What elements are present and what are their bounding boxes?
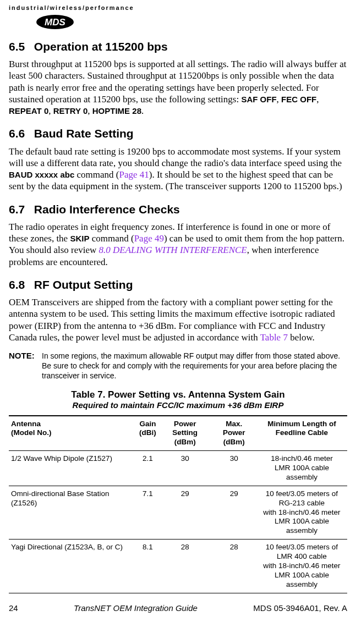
section-6-8-heading: 6.8 RF Output Setting (9, 278, 347, 292)
section-num: 6.6 (9, 126, 31, 141)
cmd-fec-off: FEC OFF (281, 95, 316, 104)
note-block: NOTE: In some regions, the maximum allow… (9, 351, 347, 381)
note-text: In some regions, the maximum allowable R… (42, 351, 347, 381)
table-7-title: Table 7. Power Setting vs. Antenna Syste… (9, 389, 347, 400)
body-text: The default baud rate setting is 19200 b… (9, 146, 342, 168)
cell-feedline: 10 feet/3.05 meters ofRG-213 cablewith 1… (256, 486, 347, 539)
cell-feedline: 10 feet/3.05 meters ofLMR 400 cablewith … (256, 540, 347, 593)
mds-logo: MDS (35, 14, 347, 30)
col-min-feedline: Minimum Length ofFeedline Cable (256, 416, 347, 451)
cell-power-setting: 28 (158, 540, 212, 593)
section-6-5-heading: 6.5 Operation at 115200 bps (9, 40, 347, 54)
table-7-subtitle: Required to maintain FCC/IC maximum +36 … (9, 400, 347, 411)
section-6-7-body: The radio operates in eight frequency zo… (9, 221, 347, 268)
cell-gain: 2.1 (137, 451, 158, 486)
link-page-41[interactable]: Page 41 (119, 169, 149, 180)
section-6-7-heading: 6.7 Radio Interference Checks (9, 202, 347, 217)
note-label: NOTE: (9, 351, 42, 381)
cell-max-power: 29 (212, 486, 256, 539)
cell-max-power: 28 (212, 540, 256, 593)
cmd-hoptime-28: HOPTIME 28 (92, 106, 141, 115)
page-footer: 24 TransNET OEM Integration Guide MDS 05… (9, 603, 347, 614)
body-text: command ( (89, 233, 134, 244)
cell-max-power: 30 (212, 451, 256, 486)
body-text: below. (288, 332, 315, 343)
col-antenna: Antenna(Model No.) (9, 416, 137, 451)
page-content: industrial/wireless/performance MDS 6.5 … (0, 0, 356, 624)
cell-power-setting: 30 (158, 451, 212, 486)
cmd-repeat-0: REPEAT 0 (9, 106, 48, 115)
cmd-retry-0: RETRY 0 (53, 106, 88, 115)
section-num: 6.7 (9, 202, 31, 217)
section-num: 6.8 (9, 278, 31, 292)
section-6-5-body: Burst throughput at 115200 bps is suppor… (9, 58, 347, 117)
table-row: 1/2 Wave Whip Dipole (Z1527) 2.1 30 30 1… (9, 451, 347, 486)
body-text: command ( (74, 169, 119, 180)
col-gain: Gain(dBi) (137, 416, 158, 451)
link-section-8-0[interactable]: 8.0 DEALING WITH INTERFERENCE (99, 245, 247, 255)
cmd-skip: SKIP (70, 234, 89, 243)
cell-gain: 7.1 (137, 486, 158, 539)
logo-text: MDS (45, 17, 65, 27)
col-max-power: Max. Power(dBm) (212, 416, 256, 451)
cell-antenna: Omni-directional Base Station (Z1526) (9, 486, 137, 539)
footer-docnum: MDS 05-3946A01, Rev. A (253, 603, 347, 614)
section-num: 6.5 (9, 40, 31, 54)
header-tagline: industrial/wireless/performance (9, 4, 347, 12)
col-power-setting: Power Setting(dBm) (158, 416, 212, 451)
footer-doc-title: TransNET OEM Integration Guide (74, 603, 198, 614)
section-6-8-body: OEM Transceivers are shipped from the fa… (9, 296, 347, 343)
cell-gain: 8.1 (137, 540, 158, 593)
cmd-baud: BAUD xxxxx abc (9, 170, 74, 179)
section-title: Radio Interference Checks (34, 203, 180, 216)
table-header-row: Antenna(Model No.) Gain(dBi) Power Setti… (9, 416, 347, 451)
section-6-6-heading: 6.6 Baud Rate Setting (9, 126, 347, 141)
cmd-saf-off: SAF OFF (241, 95, 276, 104)
table-row: Omni-directional Base Station (Z1526) 7.… (9, 486, 347, 539)
table-7: Antenna(Model No.) Gain(dBi) Power Setti… (9, 415, 347, 593)
section-6-6-body: The default baud rate setting is 19200 b… (9, 146, 347, 192)
section-title: Operation at 115200 bps (34, 40, 168, 53)
page-number: 24 (9, 603, 18, 614)
link-page-49[interactable]: Page 49 (134, 233, 164, 244)
section-title: RF Output Setting (34, 278, 133, 291)
cell-feedline: 18-inch/0.46 meterLMR 100A cable assembl… (256, 451, 347, 486)
table-row: Yagi Directional (Z1523A, B, or C) 8.1 2… (9, 540, 347, 593)
cell-power-setting: 29 (158, 486, 212, 539)
cell-antenna: Yagi Directional (Z1523A, B, or C) (9, 540, 137, 593)
cell-antenna: 1/2 Wave Whip Dipole (Z1527) (9, 451, 137, 486)
section-title: Baud Rate Setting (34, 127, 134, 140)
link-table-7[interactable]: Table 7 (260, 332, 288, 343)
